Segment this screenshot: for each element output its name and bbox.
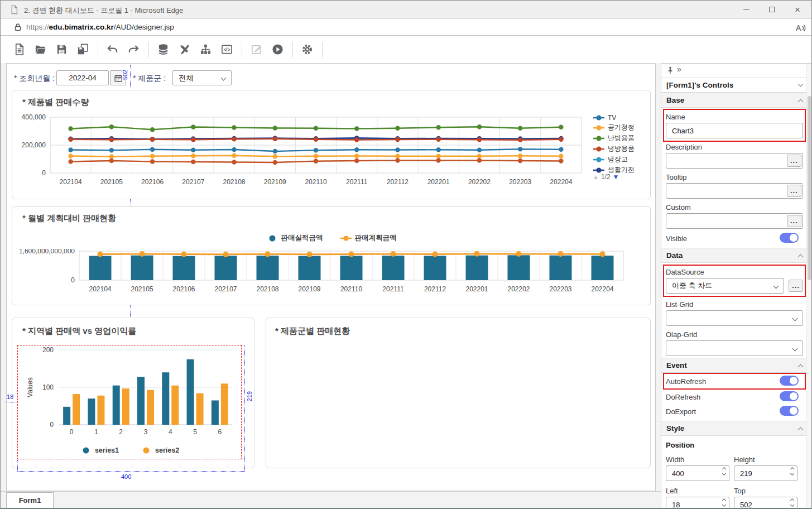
open-folder-button[interactable] <box>32 41 49 58</box>
product-group-title: * 제품군별 판매현황 <box>275 326 350 337</box>
height-input[interactable] <box>734 465 797 481</box>
maximize-button[interactable] <box>759 1 785 18</box>
read-aloud-icon[interactable]: A <box>794 21 807 35</box>
svg-text:202107: 202107 <box>214 285 237 293</box>
undo-button[interactable] <box>104 41 121 58</box>
tooltip-ellipsis-button[interactable]: ... <box>787 185 801 197</box>
run-button[interactable] <box>269 41 286 58</box>
tooltip-input[interactable] <box>666 183 803 199</box>
listgrid-select[interactable] <box>666 310 803 326</box>
tools-icon <box>178 43 191 56</box>
pin-icon[interactable] <box>666 66 675 75</box>
monthly-plan-legend: 판매실적금액판매계획금액 <box>12 233 650 243</box>
toolbar-divider <box>242 42 242 57</box>
datasource-ellipsis-button[interactable]: ... <box>789 280 803 292</box>
legend-marker-icon <box>80 447 92 454</box>
legend-marker-icon <box>593 167 605 174</box>
browser-window: 2. 경영 현황 대시보드 - 프로필 1 - Microsoft Edge ×… <box>0 0 812 509</box>
legend-item[interactable]: 냉방용품 <box>593 144 635 153</box>
redo-icon <box>127 43 140 56</box>
sales-qty-line-chart[interactable]: 0200,000400,0002021042021052021062021072… <box>17 113 592 191</box>
name-input[interactable] <box>666 123 803 138</box>
chart-panel-monthly-plan[interactable]: * 월별 계획대비 판매현황 판매실적금액판매계획금액 01,600,000,0… <box>12 206 651 305</box>
code-button[interactable]: </> <box>218 41 235 58</box>
edit-button[interactable] <box>248 41 265 58</box>
description-input[interactable] <box>666 153 803 169</box>
top-input[interactable] <box>734 497 797 508</box>
selected-chart-region[interactable]: 0100200Values0123456 series1series2 <box>17 345 242 459</box>
custom-input[interactable] <box>666 213 803 229</box>
svg-text:0: 0 <box>71 276 75 284</box>
svg-text:202204: 202204 <box>550 178 572 186</box>
save-icon <box>55 43 68 56</box>
olapgrid-select[interactable] <box>666 340 803 356</box>
save-button[interactable] <box>53 41 70 58</box>
hierarchy-icon <box>199 43 212 56</box>
monthly-plan-combo-chart[interactable]: 01,600,000,000,0002021042021052021062021… <box>15 249 645 299</box>
datasource-select[interactable]: 이중 축 차트 <box>666 278 784 294</box>
dorefresh-label: DoRefresh <box>666 393 700 401</box>
form-design-canvas[interactable]: * 조회년월 : * 제품군 : 전체 502 * 제품별 판매수량 0200,… <box>6 63 656 491</box>
hierarchy-button[interactable] <box>197 41 214 58</box>
redo-button[interactable] <box>125 41 142 58</box>
minimize-button[interactable] <box>733 1 759 18</box>
legend-item[interactable]: series2 <box>140 446 179 454</box>
legend-item[interactable]: 난방용품 <box>593 133 635 143</box>
address-bar[interactable]: https://edu.bimatrix.co.kr/AUD/designer.… <box>1 19 811 36</box>
save-as-button[interactable] <box>74 41 91 58</box>
chart-panel-sales-qty[interactable]: * 제품별 판매수량 0200,000400,00020210420210520… <box>12 90 651 199</box>
settings-button[interactable] <box>299 41 315 58</box>
close-button[interactable]: × <box>785 1 810 18</box>
left-stepper[interactable] <box>723 499 725 506</box>
svg-text:2: 2 <box>119 428 123 436</box>
date-filter-input[interactable] <box>56 70 109 85</box>
legend-item[interactable]: 냉장고 <box>593 155 635 164</box>
legend-item[interactable]: 판매실적금액 <box>266 233 323 243</box>
section-style[interactable]: Style <box>661 421 812 436</box>
panel-scrollbar[interactable] <box>806 64 811 508</box>
tools-button[interactable] <box>176 41 193 58</box>
section-data[interactable]: Data <box>661 248 812 263</box>
legend-page-down-icon[interactable]: ▼ <box>613 173 619 181</box>
top-stepper[interactable] <box>791 499 794 506</box>
svg-text:202202: 202202 <box>468 178 491 186</box>
product-filter-select[interactable]: 전체 <box>172 70 232 85</box>
svg-text:100: 100 <box>42 383 54 391</box>
left-input[interactable] <box>666 497 729 508</box>
svg-text:202109: 202109 <box>298 285 320 293</box>
database-button[interactable] <box>155 41 171 58</box>
tab-form1[interactable]: Form1 <box>6 492 54 508</box>
collapse-panel-icon[interactable]: » <box>677 65 681 74</box>
description-ellipsis-button[interactable]: ... <box>787 155 801 167</box>
svg-text:3: 3 <box>144 428 148 436</box>
doexport-label: DoExport <box>666 407 696 416</box>
custom-label: Custom <box>666 203 691 212</box>
legend-item[interactable]: 공기청정 <box>593 123 635 132</box>
new-file-button[interactable] <box>11 41 27 58</box>
width-input[interactable] <box>666 465 729 481</box>
region-bar-chart[interactable]: 0100200Values0123456 <box>21 345 240 439</box>
url-text[interactable]: https://edu.bimatrix.co.kr/AUD/designer.… <box>26 23 174 31</box>
legend-page-up-icon[interactable]: ▲ <box>593 174 599 180</box>
legend-item[interactable]: TV <box>593 114 635 122</box>
window-title: 2. 경영 현황 대시보드 - 프로필 1 - Microsoft Edge <box>24 6 183 16</box>
section-base[interactable]: Base <box>661 93 812 108</box>
legend-item[interactable]: 판매계획금액 <box>340 233 397 243</box>
section-event-label: Event <box>666 361 687 369</box>
panel-scrollbar-thumb[interactable] <box>808 96 811 280</box>
width-stepper[interactable] <box>723 468 725 475</box>
legend-label: 판매실적금액 <box>281 233 323 243</box>
svg-text:6: 6 <box>218 428 222 436</box>
dorefresh-toggle[interactable] <box>780 391 799 401</box>
chevron-up-icon <box>798 99 804 105</box>
autorefresh-toggle[interactable] <box>780 376 799 386</box>
doexport-toggle[interactable] <box>780 406 799 416</box>
autorefresh-label: AutoRefresh <box>666 377 706 386</box>
section-event[interactable]: Event <box>661 358 812 373</box>
height-stepper[interactable] <box>791 468 794 475</box>
chart-panel-product-group[interactable]: * 제품군별 판매현황 <box>266 318 651 468</box>
legend-item[interactable]: series1 <box>80 446 119 454</box>
controls-header[interactable]: [Form1]'s Controls <box>661 78 812 93</box>
custom-ellipsis-button[interactable]: ... <box>787 215 801 227</box>
visible-toggle[interactable] <box>780 233 799 243</box>
